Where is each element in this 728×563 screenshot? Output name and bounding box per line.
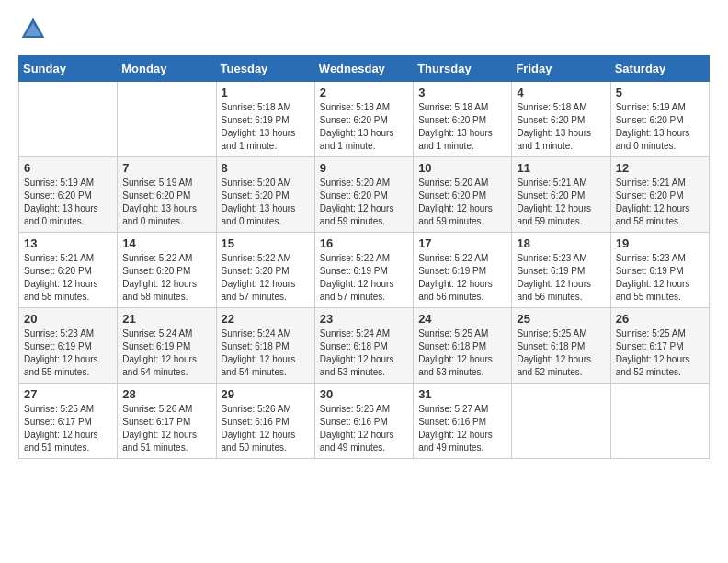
day-info: Sunrise: 5:19 AMSunset: 6:20 PMDaylight:…	[122, 177, 210, 228]
calendar-cell: 14Sunrise: 5:22 AMSunset: 6:20 PMDayligh…	[118, 233, 216, 308]
day-info: Sunrise: 5:26 AMSunset: 6:16 PMDaylight:…	[222, 403, 310, 454]
day-number: 8	[222, 161, 310, 175]
day-info: Sunrise: 5:21 AMSunset: 6:20 PMDaylight:…	[517, 177, 605, 228]
day-info: Sunrise: 5:19 AMSunset: 6:20 PMDaylight:…	[24, 177, 112, 228]
day-info: Sunrise: 5:20 AMSunset: 6:20 PMDaylight:…	[418, 177, 506, 228]
weekday-header-friday: Friday	[512, 56, 610, 82]
logo-icon	[18, 15, 48, 44]
day-info: Sunrise: 5:18 AMSunset: 6:20 PMDaylight:…	[517, 101, 605, 153]
calendar-cell: 29Sunrise: 5:26 AMSunset: 6:16 PMDayligh…	[216, 384, 314, 459]
day-info: Sunrise: 5:25 AMSunset: 6:17 PMDaylight:…	[616, 327, 704, 379]
calendar-cell: 24Sunrise: 5:25 AMSunset: 6:18 PMDayligh…	[414, 308, 512, 384]
weekday-header-tuesday: Tuesday	[216, 56, 314, 82]
calendar-row-3: 13Sunrise: 5:21 AMSunset: 6:20 PMDayligh…	[19, 233, 710, 308]
day-number: 9	[320, 161, 408, 175]
day-info: Sunrise: 5:26 AMSunset: 6:17 PMDaylight:…	[122, 403, 210, 454]
calendar-cell: 25Sunrise: 5:25 AMSunset: 6:18 PMDayligh…	[512, 308, 610, 384]
day-info: Sunrise: 5:26 AMSunset: 6:16 PMDaylight:…	[320, 403, 408, 454]
day-info: Sunrise: 5:25 AMSunset: 6:17 PMDaylight:…	[24, 403, 112, 454]
calendar-cell: 9Sunrise: 5:20 AMSunset: 6:20 PMDaylight…	[314, 157, 413, 233]
calendar-cell: 1Sunrise: 5:18 AMSunset: 6:19 PMDaylight…	[216, 82, 314, 157]
logo	[18, 15, 51, 44]
calendar-cell: 23Sunrise: 5:24 AMSunset: 6:18 PMDayligh…	[314, 308, 413, 384]
day-info: Sunrise: 5:24 AMSunset: 6:18 PMDaylight:…	[320, 327, 408, 379]
day-info: Sunrise: 5:24 AMSunset: 6:18 PMDaylight:…	[222, 327, 310, 379]
weekday-header-row: SundayMondayTuesdayWednesdayThursdayFrid…	[19, 56, 710, 82]
header	[18, 15, 710, 44]
day-number: 19	[616, 236, 704, 250]
calendar-table: SundayMondayTuesdayWednesdayThursdayFrid…	[18, 55, 710, 459]
day-number: 2	[320, 86, 408, 99]
day-number: 21	[122, 312, 210, 326]
day-info: Sunrise: 5:22 AMSunset: 6:19 PMDaylight:…	[418, 252, 506, 304]
day-number: 14	[122, 236, 210, 250]
day-number: 10	[418, 161, 506, 175]
day-info: Sunrise: 5:22 AMSunset: 6:20 PMDaylight:…	[122, 252, 210, 304]
calendar-cell: 10Sunrise: 5:20 AMSunset: 6:20 PMDayligh…	[414, 157, 512, 233]
day-number: 31	[418, 387, 506, 401]
day-number: 3	[418, 86, 506, 99]
calendar-cell	[512, 384, 610, 459]
calendar-cell: 7Sunrise: 5:19 AMSunset: 6:20 PMDaylight…	[118, 157, 216, 233]
calendar-cell: 31Sunrise: 5:27 AMSunset: 6:16 PMDayligh…	[414, 384, 512, 459]
day-number: 27	[24, 387, 112, 401]
weekday-header-wednesday: Wednesday	[314, 56, 413, 82]
calendar-row-2: 6Sunrise: 5:19 AMSunset: 6:20 PMDaylight…	[19, 157, 710, 233]
day-number: 17	[418, 236, 506, 250]
calendar-cell: 11Sunrise: 5:21 AMSunset: 6:20 PMDayligh…	[512, 157, 610, 233]
calendar-cell	[610, 384, 709, 459]
calendar-cell: 2Sunrise: 5:18 AMSunset: 6:20 PMDaylight…	[314, 82, 413, 157]
day-info: Sunrise: 5:22 AMSunset: 6:20 PMDaylight:…	[222, 252, 310, 304]
day-number: 29	[222, 387, 310, 401]
day-info: Sunrise: 5:23 AMSunset: 6:19 PMDaylight:…	[616, 252, 704, 304]
day-number: 5	[616, 86, 704, 99]
day-number: 1	[222, 86, 310, 99]
day-number: 24	[418, 312, 506, 326]
day-info: Sunrise: 5:23 AMSunset: 6:19 PMDaylight:…	[24, 327, 112, 379]
day-number: 26	[616, 312, 704, 326]
day-info: Sunrise: 5:21 AMSunset: 6:20 PMDaylight:…	[24, 252, 112, 304]
calendar-cell: 30Sunrise: 5:26 AMSunset: 6:16 PMDayligh…	[314, 384, 413, 459]
day-number: 12	[616, 161, 704, 175]
day-info: Sunrise: 5:18 AMSunset: 6:20 PMDaylight:…	[320, 101, 408, 153]
calendar-cell: 19Sunrise: 5:23 AMSunset: 6:19 PMDayligh…	[610, 233, 709, 308]
calendar-cell: 18Sunrise: 5:23 AMSunset: 6:19 PMDayligh…	[512, 233, 610, 308]
calendar-cell: 20Sunrise: 5:23 AMSunset: 6:19 PMDayligh…	[19, 308, 118, 384]
calendar-cell: 13Sunrise: 5:21 AMSunset: 6:20 PMDayligh…	[19, 233, 118, 308]
day-number: 18	[517, 236, 605, 250]
calendar-cell: 6Sunrise: 5:19 AMSunset: 6:20 PMDaylight…	[19, 157, 118, 233]
day-number: 23	[320, 312, 408, 326]
day-number: 7	[122, 161, 210, 175]
day-number: 15	[222, 236, 310, 250]
calendar-cell: 22Sunrise: 5:24 AMSunset: 6:18 PMDayligh…	[216, 308, 314, 384]
weekday-header-monday: Monday	[118, 56, 216, 82]
weekday-header-saturday: Saturday	[610, 56, 709, 82]
day-info: Sunrise: 5:19 AMSunset: 6:20 PMDaylight:…	[616, 101, 704, 153]
day-number: 11	[517, 161, 605, 175]
calendar-row-1: 1Sunrise: 5:18 AMSunset: 6:19 PMDaylight…	[19, 82, 710, 157]
day-number: 22	[222, 312, 310, 326]
day-number: 16	[320, 236, 408, 250]
calendar-cell	[19, 82, 118, 157]
calendar-cell: 21Sunrise: 5:24 AMSunset: 6:19 PMDayligh…	[118, 308, 216, 384]
calendar-cell: 26Sunrise: 5:25 AMSunset: 6:17 PMDayligh…	[610, 308, 709, 384]
day-number: 20	[24, 312, 112, 326]
day-info: Sunrise: 5:25 AMSunset: 6:18 PMDaylight:…	[517, 327, 605, 379]
day-number: 4	[517, 86, 605, 99]
calendar-cell: 4Sunrise: 5:18 AMSunset: 6:20 PMDaylight…	[512, 82, 610, 157]
day-info: Sunrise: 5:18 AMSunset: 6:19 PMDaylight:…	[222, 101, 310, 153]
day-info: Sunrise: 5:24 AMSunset: 6:19 PMDaylight:…	[122, 327, 210, 379]
calendar-cell: 27Sunrise: 5:25 AMSunset: 6:17 PMDayligh…	[19, 384, 118, 459]
calendar-cell: 3Sunrise: 5:18 AMSunset: 6:20 PMDaylight…	[414, 82, 512, 157]
calendar-cell: 8Sunrise: 5:20 AMSunset: 6:20 PMDaylight…	[216, 157, 314, 233]
day-info: Sunrise: 5:27 AMSunset: 6:16 PMDaylight:…	[418, 403, 506, 454]
weekday-header-sunday: Sunday	[19, 56, 118, 82]
calendar-cell: 16Sunrise: 5:22 AMSunset: 6:19 PMDayligh…	[314, 233, 413, 308]
day-number: 25	[517, 312, 605, 326]
day-info: Sunrise: 5:20 AMSunset: 6:20 PMDaylight:…	[222, 177, 310, 228]
page: SundayMondayTuesdayWednesdayThursdayFrid…	[0, 0, 728, 563]
calendar-row-4: 20Sunrise: 5:23 AMSunset: 6:19 PMDayligh…	[19, 308, 710, 384]
calendar-row-5: 27Sunrise: 5:25 AMSunset: 6:17 PMDayligh…	[19, 384, 710, 459]
calendar-cell: 15Sunrise: 5:22 AMSunset: 6:20 PMDayligh…	[216, 233, 314, 308]
day-info: Sunrise: 5:25 AMSunset: 6:18 PMDaylight:…	[418, 327, 506, 379]
